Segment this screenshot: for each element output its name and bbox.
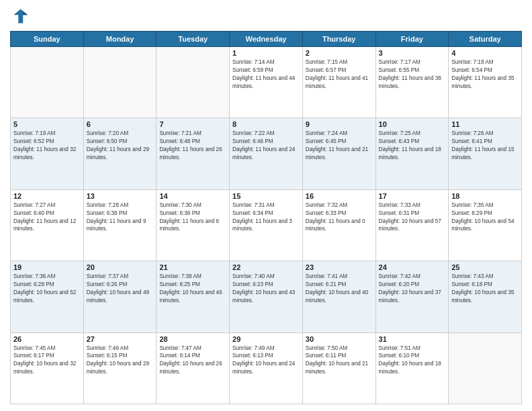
day-number: 11 xyxy=(451,120,519,128)
day-number: 7 xyxy=(159,120,226,128)
day-info: Sunrise: 7:35 AM Sunset: 6:29 PM Dayligh… xyxy=(451,201,519,234)
calendar-week-row-3: 12Sunrise: 7:27 AM Sunset: 6:40 PM Dayli… xyxy=(11,189,522,261)
calendar-cell: 1Sunrise: 7:14 AM Sunset: 6:59 PM Daylig… xyxy=(230,47,303,118)
calendar-week-row-5: 26Sunrise: 7:45 AM Sunset: 6:17 PM Dayli… xyxy=(11,332,522,404)
day-number: 13 xyxy=(87,192,154,200)
day-number: 5 xyxy=(13,120,81,128)
day-info: Sunrise: 7:17 AM Sunset: 6:55 PM Dayligh… xyxy=(379,58,446,91)
day-number: 30 xyxy=(306,335,373,343)
day-info: Sunrise: 7:36 AM Sunset: 6:28 PM Dayligh… xyxy=(13,273,81,305)
calendar-cell: 2Sunrise: 7:15 AM Sunset: 6:57 PM Daylig… xyxy=(302,47,375,118)
day-header-saturday: Saturday xyxy=(449,32,522,47)
day-number: 3 xyxy=(379,49,446,57)
day-header-thursday: Thursday xyxy=(302,32,375,47)
calendar-week-row-4: 19Sunrise: 7:36 AM Sunset: 6:28 PM Dayli… xyxy=(11,261,522,332)
day-number: 8 xyxy=(232,120,300,128)
calendar-cell: 4Sunrise: 7:18 AM Sunset: 6:54 PM Daylig… xyxy=(449,47,522,118)
day-info: Sunrise: 7:31 AM Sunset: 6:34 PM Dayligh… xyxy=(232,201,300,234)
calendar-cell: 3Sunrise: 7:17 AM Sunset: 6:55 PM Daylig… xyxy=(375,47,449,118)
day-number: 12 xyxy=(13,192,81,200)
day-info: Sunrise: 7:14 AM Sunset: 6:59 PM Dayligh… xyxy=(232,58,300,91)
day-header-monday: Monday xyxy=(83,32,157,47)
day-info: Sunrise: 7:25 AM Sunset: 6:43 PM Dayligh… xyxy=(379,130,446,162)
day-number: 14 xyxy=(159,192,226,200)
logo xyxy=(10,7,32,26)
day-info: Sunrise: 7:18 AM Sunset: 6:54 PM Dayligh… xyxy=(451,58,519,91)
day-info: Sunrise: 7:19 AM Sunset: 6:52 PM Dayligh… xyxy=(13,130,81,162)
calendar-cell: 31Sunrise: 7:51 AM Sunset: 6:10 PM Dayli… xyxy=(375,332,449,404)
day-number: 15 xyxy=(232,192,300,200)
calendar-cell: 22Sunrise: 7:40 AM Sunset: 6:23 PM Dayli… xyxy=(230,261,303,332)
day-info: Sunrise: 7:42 AM Sunset: 6:20 PM Dayligh… xyxy=(379,273,446,305)
calendar-cell: 21Sunrise: 7:38 AM Sunset: 6:25 PM Dayli… xyxy=(157,261,230,332)
calendar-week-row-1: 1Sunrise: 7:14 AM Sunset: 6:59 PM Daylig… xyxy=(11,47,522,118)
day-number: 4 xyxy=(451,49,519,57)
page: SundayMondayTuesdayWednesdayThursdayFrid… xyxy=(0,0,532,411)
day-number: 22 xyxy=(232,263,300,271)
calendar-cell: 23Sunrise: 7:41 AM Sunset: 6:21 PM Dayli… xyxy=(302,261,375,332)
calendar-cell: 20Sunrise: 7:37 AM Sunset: 6:26 PM Dayli… xyxy=(83,261,157,332)
calendar-cell: 28Sunrise: 7:47 AM Sunset: 6:14 PM Dayli… xyxy=(157,332,230,404)
calendar-cell: 14Sunrise: 7:30 AM Sunset: 6:36 PM Dayli… xyxy=(157,189,230,261)
calendar-cell: 25Sunrise: 7:43 AM Sunset: 6:18 PM Dayli… xyxy=(449,261,522,332)
calendar-cell xyxy=(449,332,522,404)
day-info: Sunrise: 7:37 AM Sunset: 6:26 PM Dayligh… xyxy=(87,273,154,305)
day-info: Sunrise: 7:21 AM Sunset: 6:48 PM Dayligh… xyxy=(159,130,226,162)
calendar-cell: 10Sunrise: 7:25 AM Sunset: 6:43 PM Dayli… xyxy=(375,118,449,189)
day-number: 21 xyxy=(159,263,226,271)
day-header-wednesday: Wednesday xyxy=(230,32,303,47)
calendar-cell: 8Sunrise: 7:22 AM Sunset: 6:46 PM Daylig… xyxy=(230,118,303,189)
day-number: 20 xyxy=(87,263,154,271)
day-info: Sunrise: 7:24 AM Sunset: 6:45 PM Dayligh… xyxy=(306,130,373,162)
header xyxy=(10,7,522,26)
day-info: Sunrise: 7:45 AM Sunset: 6:17 PM Dayligh… xyxy=(13,345,81,377)
calendar-cell: 12Sunrise: 7:27 AM Sunset: 6:40 PM Dayli… xyxy=(11,189,84,261)
calendar-header-row: SundayMondayTuesdayWednesdayThursdayFrid… xyxy=(11,32,522,47)
logo-icon xyxy=(10,7,29,26)
day-info: Sunrise: 7:27 AM Sunset: 6:40 PM Dayligh… xyxy=(13,201,81,234)
day-number: 19 xyxy=(13,263,81,271)
day-number: 6 xyxy=(87,120,154,128)
day-number: 28 xyxy=(159,335,226,343)
day-info: Sunrise: 7:15 AM Sunset: 6:57 PM Dayligh… xyxy=(306,58,373,91)
day-info: Sunrise: 7:47 AM Sunset: 6:14 PM Dayligh… xyxy=(159,345,226,377)
calendar-cell: 18Sunrise: 7:35 AM Sunset: 6:29 PM Dayli… xyxy=(449,189,522,261)
day-info: Sunrise: 7:46 AM Sunset: 6:15 PM Dayligh… xyxy=(87,345,154,377)
day-info: Sunrise: 7:49 AM Sunset: 6:13 PM Dayligh… xyxy=(232,345,300,377)
calendar-cell xyxy=(83,47,157,118)
day-number: 1 xyxy=(232,49,300,57)
calendar-cell: 13Sunrise: 7:28 AM Sunset: 6:38 PM Dayli… xyxy=(83,189,157,261)
calendar-cell: 27Sunrise: 7:46 AM Sunset: 6:15 PM Dayli… xyxy=(83,332,157,404)
day-number: 24 xyxy=(379,263,446,271)
day-header-tuesday: Tuesday xyxy=(157,32,230,47)
day-number: 18 xyxy=(451,192,519,200)
calendar-cell: 19Sunrise: 7:36 AM Sunset: 6:28 PM Dayli… xyxy=(11,261,84,332)
calendar-cell: 29Sunrise: 7:49 AM Sunset: 6:13 PM Dayli… xyxy=(230,332,303,404)
calendar-cell xyxy=(157,47,230,118)
day-info: Sunrise: 7:20 AM Sunset: 6:50 PM Dayligh… xyxy=(87,130,154,162)
day-info: Sunrise: 7:32 AM Sunset: 6:33 PM Dayligh… xyxy=(306,201,373,234)
day-number: 17 xyxy=(379,192,446,200)
calendar-cell: 5Sunrise: 7:19 AM Sunset: 6:52 PM Daylig… xyxy=(11,118,84,189)
day-number: 27 xyxy=(87,335,154,343)
day-info: Sunrise: 7:40 AM Sunset: 6:23 PM Dayligh… xyxy=(232,273,300,305)
day-info: Sunrise: 7:43 AM Sunset: 6:18 PM Dayligh… xyxy=(451,273,519,305)
day-number: 25 xyxy=(451,263,519,271)
day-info: Sunrise: 7:33 AM Sunset: 6:31 PM Dayligh… xyxy=(379,201,446,234)
day-info: Sunrise: 7:50 AM Sunset: 6:11 PM Dayligh… xyxy=(306,345,373,377)
calendar-cell: 17Sunrise: 7:33 AM Sunset: 6:31 PM Dayli… xyxy=(375,189,449,261)
calendar-cell: 9Sunrise: 7:24 AM Sunset: 6:45 PM Daylig… xyxy=(302,118,375,189)
day-info: Sunrise: 7:26 AM Sunset: 6:41 PM Dayligh… xyxy=(451,130,519,162)
calendar-table: SundayMondayTuesdayWednesdayThursdayFrid… xyxy=(10,31,522,404)
calendar-cell: 24Sunrise: 7:42 AM Sunset: 6:20 PM Dayli… xyxy=(375,261,449,332)
day-number: 31 xyxy=(379,335,446,343)
day-header-friday: Friday xyxy=(375,32,449,47)
day-info: Sunrise: 7:30 AM Sunset: 6:36 PM Dayligh… xyxy=(159,201,226,234)
day-info: Sunrise: 7:51 AM Sunset: 6:10 PM Dayligh… xyxy=(379,345,446,377)
calendar-week-row-2: 5Sunrise: 7:19 AM Sunset: 6:52 PM Daylig… xyxy=(11,118,522,189)
day-number: 2 xyxy=(306,49,373,57)
calendar-cell: 7Sunrise: 7:21 AM Sunset: 6:48 PM Daylig… xyxy=(157,118,230,189)
calendar-cell: 26Sunrise: 7:45 AM Sunset: 6:17 PM Dayli… xyxy=(11,332,84,404)
day-info: Sunrise: 7:28 AM Sunset: 6:38 PM Dayligh… xyxy=(87,201,154,234)
calendar-cell: 11Sunrise: 7:26 AM Sunset: 6:41 PM Dayli… xyxy=(449,118,522,189)
